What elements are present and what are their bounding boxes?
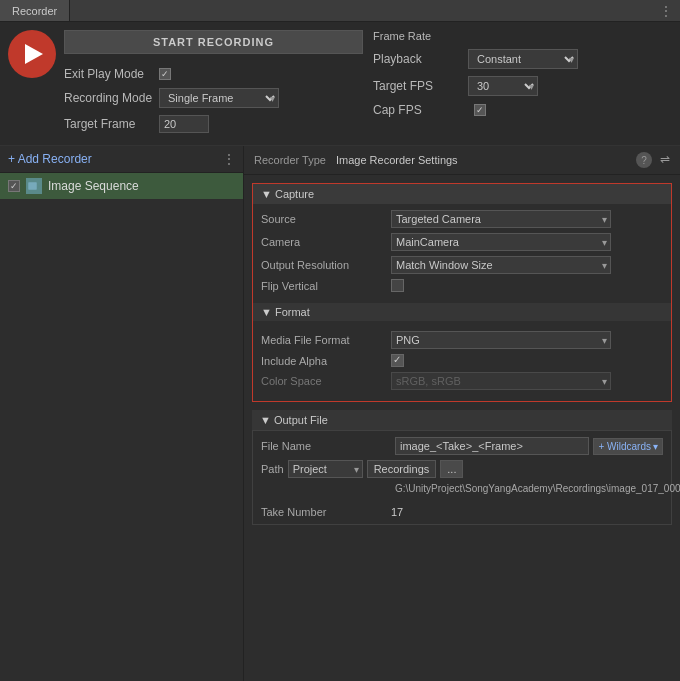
play-circle[interactable]	[8, 30, 56, 78]
source-row: Source Targeted Camera	[261, 210, 663, 228]
top-content: START RECORDING Exit Play Mode Recording…	[64, 30, 672, 137]
camera-label: Camera	[261, 236, 391, 248]
color-space-select[interactable]: sRGB, sRGB	[391, 372, 611, 390]
recording-mode-row: Recording Mode Single Frame	[64, 88, 363, 108]
frame-rate-label-row: Frame Rate	[373, 30, 672, 42]
capture-header[interactable]: ▼ Capture	[253, 184, 671, 204]
cap-fps-label: Cap FPS	[373, 103, 468, 117]
play-triangle-icon	[25, 44, 43, 64]
output-file-header[interactable]: ▼ Output File	[252, 410, 672, 430]
cap-fps-row: Cap FPS	[373, 103, 672, 117]
start-recording-button[interactable]: START RECORDING	[64, 30, 363, 54]
add-recorder-button[interactable]: + Add Recorder	[8, 152, 92, 166]
output-res-row: Output Resolution Match Window Size	[261, 256, 663, 274]
include-alpha-checkbox[interactable]	[391, 354, 404, 367]
recording-mode-select-wrap: Single Frame	[159, 88, 279, 108]
color-space-select-wrap: sRGB, sRGB	[391, 372, 611, 390]
media-format-row: Media File Format PNG	[261, 331, 663, 349]
format-body: Media File Format PNG Include Alpha Colo…	[253, 325, 671, 401]
color-space-row: Color Space sRGB, sRGB	[261, 372, 663, 390]
recorder-item-icon	[26, 178, 42, 194]
right-panel: Recorder Type Image Recorder Settings ? …	[244, 146, 680, 681]
camera-row: Camera MainCamera	[261, 233, 663, 251]
target-fps-label: Target FPS	[373, 79, 468, 93]
target-fps-row: Target FPS 30	[373, 76, 672, 96]
output-res-label: Output Resolution	[261, 259, 391, 271]
playback-row: Playback Constant	[373, 49, 672, 69]
tab-bar: Recorder ⋮	[0, 0, 680, 22]
list-more-icon[interactable]: ⋮	[223, 152, 235, 166]
path-browse-button[interactable]: ...	[440, 460, 463, 478]
source-select[interactable]: Targeted Camera	[391, 210, 611, 228]
exit-play-mode-checkbox[interactable]	[159, 68, 171, 80]
full-path-text: G:\UnityProject\SongYangAcademy\Recordin…	[395, 482, 680, 495]
file-name-label: File Name	[261, 440, 391, 452]
recording-mode-select[interactable]: Single Frame	[159, 88, 279, 108]
flip-vertical-row: Flip Vertical	[261, 279, 663, 292]
wildcards-dropdown-icon: ▾	[653, 441, 658, 452]
camera-select-wrap: MainCamera	[391, 233, 611, 251]
recorder-list-header: + Add Recorder ⋮	[0, 146, 243, 173]
path-label: Path	[261, 463, 284, 475]
path-select-wrap: Project	[288, 460, 363, 478]
tab-more-icon[interactable]: ⋮	[652, 4, 680, 18]
recordings-tag: Recordings	[367, 460, 437, 478]
path-select[interactable]: Project	[288, 460, 363, 478]
media-format-select[interactable]: PNG	[391, 331, 611, 349]
help-icon[interactable]: ?	[636, 152, 652, 168]
take-number-row: Take Number 17	[261, 506, 663, 518]
output-res-select-wrap: Match Window Size	[391, 256, 611, 274]
recorder-type-label: Recorder Type	[254, 154, 326, 166]
top-portion: START RECORDING Exit Play Mode Recording…	[0, 22, 680, 146]
take-number-value: 17	[391, 506, 403, 518]
recorder-type-value: Image Recorder Settings	[336, 154, 458, 166]
tab-label: Recorder	[12, 5, 57, 17]
recorder-item-checkbox[interactable]: ✓	[8, 180, 20, 192]
take-number-label: Take Number	[261, 506, 391, 518]
svg-rect-0	[28, 182, 37, 190]
source-label: Source	[261, 213, 391, 225]
right-frame-fields: Frame Rate Playback Constant Target FPS …	[373, 30, 672, 137]
target-fps-select-wrap: 30	[468, 76, 538, 96]
settings-icon[interactable]: ⇌	[660, 152, 670, 168]
right-icons: ? ⇌	[636, 152, 670, 168]
output-file-section: ▼ Output File File Name + Wildcards ▾ Pa…	[252, 410, 672, 525]
playback-select[interactable]: Constant	[468, 49, 578, 69]
recorder-item[interactable]: ✓ Image Sequence	[0, 173, 243, 199]
left-fields: START RECORDING Exit Play Mode Recording…	[64, 30, 363, 137]
play-button[interactable]	[8, 30, 56, 78]
target-frame-input[interactable]	[159, 115, 209, 133]
output-res-select[interactable]: Match Window Size	[391, 256, 611, 274]
wildcards-button[interactable]: + Wildcards ▾	[593, 438, 663, 455]
output-file-header-label: ▼ Output File	[260, 414, 328, 426]
media-format-select-wrap: PNG	[391, 331, 611, 349]
flip-vertical-checkbox[interactable]	[391, 279, 404, 292]
capture-header-label: ▼ Capture	[261, 188, 314, 200]
main-layout: + Add Recorder ⋮ ✓ Image Sequence Record…	[0, 146, 680, 681]
file-name-input[interactable]	[395, 437, 589, 455]
capture-format-section: ▼ Capture Source Targeted Camera Camera	[252, 183, 672, 402]
capture-body: Source Targeted Camera Camera MainCamera	[253, 204, 671, 303]
cap-fps-checkbox[interactable]	[474, 104, 486, 116]
camera-select[interactable]: MainCamera	[391, 233, 611, 251]
recorder-tab[interactable]: Recorder	[0, 0, 70, 21]
source-select-wrap: Targeted Camera	[391, 210, 611, 228]
left-panel: + Add Recorder ⋮ ✓ Image Sequence	[0, 146, 244, 681]
include-alpha-row: Include Alpha	[261, 354, 663, 367]
recorder-item-label: Image Sequence	[48, 179, 139, 193]
path-row: Path Project Recordings ...	[261, 460, 663, 478]
exit-play-mode-label: Exit Play Mode	[64, 67, 159, 81]
playback-select-wrap: Constant	[468, 49, 578, 69]
recorder-type-row: Recorder Type Image Recorder Settings ? …	[244, 146, 680, 175]
full-path-row: G:\UnityProject\SongYangAcademy\Recordin…	[261, 482, 663, 502]
svg-marker-1	[37, 184, 40, 188]
recording-mode-label: Recording Mode	[64, 91, 159, 105]
format-header[interactable]: ▼ Format	[253, 303, 671, 321]
format-header-label: ▼ Format	[261, 306, 310, 318]
frame-rate-label: Frame Rate	[373, 30, 431, 42]
exit-play-mode-row: Exit Play Mode	[64, 67, 363, 81]
playback-label: Playback	[373, 52, 468, 66]
media-format-label: Media File Format	[261, 334, 391, 346]
target-fps-select[interactable]: 30	[468, 76, 538, 96]
output-file-body: File Name + Wildcards ▾ Path Project	[252, 430, 672, 525]
